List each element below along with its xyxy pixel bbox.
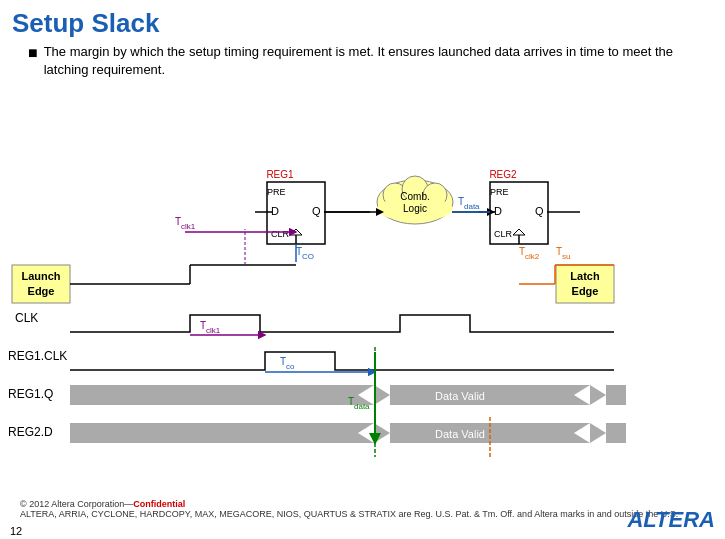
- svg-text:Q: Q: [312, 205, 321, 217]
- svg-rect-75: [70, 423, 375, 443]
- svg-text:co: co: [286, 362, 295, 371]
- svg-text:CLK: CLK: [15, 311, 38, 325]
- subtitle: ■ The margin by which the setup timing r…: [0, 41, 725, 85]
- svg-text:CLR: CLR: [271, 229, 290, 239]
- page-number: 12: [10, 525, 22, 537]
- footer-copyright: © 2012 Altera Corporation—: [20, 499, 133, 509]
- svg-text:Q: Q: [535, 205, 544, 217]
- svg-text:Comb.: Comb.: [400, 191, 429, 202]
- diagram-area: Launch Edge Latch Edge REG1 PRE D Q CLR …: [0, 87, 725, 457]
- svg-marker-67: [374, 385, 390, 405]
- svg-text:REG2: REG2: [489, 169, 517, 180]
- svg-text:PRE: PRE: [490, 187, 509, 197]
- svg-text:REG1.CLK: REG1.CLK: [8, 349, 67, 363]
- svg-text:D: D: [494, 205, 502, 217]
- svg-text:clk2: clk2: [525, 252, 540, 261]
- svg-marker-80: [590, 423, 606, 443]
- svg-marker-25: [513, 229, 525, 235]
- svg-text:CO: CO: [302, 252, 314, 261]
- svg-text:Logic: Logic: [403, 203, 427, 214]
- svg-text:REG1: REG1: [266, 169, 294, 180]
- page-title: Setup Slack: [0, 0, 725, 41]
- subtitle-bullet: ■: [28, 42, 38, 64]
- svg-rect-73: [606, 385, 626, 405]
- svg-marker-76: [374, 423, 390, 443]
- svg-text:CLR: CLR: [494, 229, 513, 239]
- svg-rect-82: [606, 423, 626, 443]
- svg-text:clk1: clk1: [206, 326, 221, 335]
- svg-rect-66: [70, 385, 375, 405]
- footer-trademarks: ALTERA, ARRIA, CYCLONE, HARDCOPY, MAX, M…: [20, 509, 678, 519]
- footer-confidential: Confidential: [133, 499, 185, 509]
- svg-text:REG2.D: REG2.D: [8, 425, 53, 439]
- footer: © 2012 Altera Corporation—Confidential A…: [10, 497, 715, 521]
- svg-text:clk1: clk1: [181, 222, 196, 231]
- timing-diagram-svg: Launch Edge Latch Edge REG1 PRE D Q CLR …: [0, 87, 725, 457]
- svg-text:Latch: Latch: [570, 270, 600, 282]
- svg-text:Data Valid: Data Valid: [435, 428, 485, 440]
- svg-text:data: data: [464, 202, 480, 211]
- svg-text:D: D: [271, 205, 279, 217]
- svg-text:data: data: [354, 402, 370, 411]
- svg-text:REG1.Q: REG1.Q: [8, 387, 53, 401]
- svg-text:Edge: Edge: [28, 285, 55, 297]
- svg-text:PRE: PRE: [267, 187, 286, 197]
- svg-text:su: su: [562, 252, 570, 261]
- subtitle-text: The margin by which the setup timing req…: [44, 43, 713, 79]
- svg-text:Edge: Edge: [572, 285, 599, 297]
- svg-marker-71: [590, 385, 606, 405]
- svg-text:Launch: Launch: [21, 270, 60, 282]
- svg-rect-69: [390, 385, 590, 405]
- altera-logo: ALTERA: [627, 507, 715, 533]
- svg-text:Data Valid: Data Valid: [435, 390, 485, 402]
